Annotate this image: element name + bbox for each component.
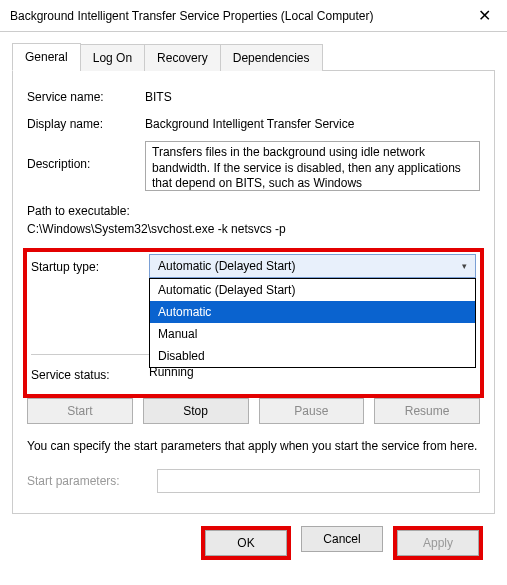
startup-combo-button[interactable]: Automatic (Delayed Start) ▾ bbox=[149, 254, 476, 278]
apply-button: Apply bbox=[397, 530, 479, 556]
startup-option-automatic[interactable]: Automatic bbox=[150, 301, 475, 323]
startup-option-manual[interactable]: Manual bbox=[150, 323, 475, 345]
chevron-down-icon: ▾ bbox=[462, 261, 467, 271]
pause-button: Pause bbox=[259, 398, 365, 424]
description-label: Description: bbox=[27, 141, 145, 171]
startup-combo[interactable]: Automatic (Delayed Start) ▾ Automatic (D… bbox=[149, 254, 476, 278]
description-textarea[interactable] bbox=[145, 141, 480, 191]
service-name-value: BITS bbox=[145, 87, 480, 104]
display-name-row: Display name: Background Intelligent Tra… bbox=[27, 114, 480, 131]
start-params-label: Start parameters: bbox=[27, 474, 157, 488]
tab-panel-general: Service name: BITS Display name: Backgro… bbox=[12, 71, 495, 514]
path-block: Path to executable: C:\Windows\System32\… bbox=[27, 204, 480, 236]
tab-general[interactable]: General bbox=[12, 43, 81, 71]
display-name-value: Background Intelligent Transfer Service bbox=[145, 114, 480, 131]
tab-strip: General Log On Recovery Dependencies bbox=[12, 42, 495, 71]
service-name-label: Service name: bbox=[27, 87, 145, 104]
tab-logon[interactable]: Log On bbox=[80, 44, 145, 71]
path-label: Path to executable: bbox=[27, 204, 480, 218]
startup-row: Startup type: Automatic (Delayed Start) … bbox=[31, 254, 476, 278]
start-button: Start bbox=[27, 398, 133, 424]
window-title: Background Intelligent Transfer Service … bbox=[10, 9, 461, 23]
startup-option-disabled[interactable]: Disabled bbox=[150, 345, 475, 367]
ok-button[interactable]: OK bbox=[205, 530, 287, 556]
display-name-label: Display name: bbox=[27, 114, 145, 131]
tab-recovery[interactable]: Recovery bbox=[144, 44, 221, 71]
service-control-buttons: Start Stop Pause Resume bbox=[27, 398, 480, 424]
close-icon: ✕ bbox=[478, 6, 491, 25]
dialog-footer: OK Cancel Apply bbox=[12, 514, 495, 572]
description-row: Description: bbox=[27, 141, 480, 194]
close-button[interactable]: ✕ bbox=[461, 0, 507, 32]
start-params-hint: You can specify the start parameters tha… bbox=[27, 438, 480, 455]
highlight-apply: Apply bbox=[393, 526, 483, 560]
cancel-button[interactable]: Cancel bbox=[301, 526, 383, 552]
service-name-row: Service name: BITS bbox=[27, 87, 480, 104]
start-params-input bbox=[157, 469, 480, 493]
resume-button: Resume bbox=[374, 398, 480, 424]
tab-dependencies[interactable]: Dependencies bbox=[220, 44, 323, 71]
service-status-label: Service status: bbox=[31, 365, 149, 382]
startup-combo-text: Automatic (Delayed Start) bbox=[158, 259, 295, 273]
highlight-startup: Startup type: Automatic (Delayed Start) … bbox=[23, 248, 484, 398]
titlebar: Background Intelligent Transfer Service … bbox=[0, 0, 507, 32]
startup-label: Startup type: bbox=[31, 254, 149, 274]
start-params-row: Start parameters: bbox=[27, 469, 480, 493]
highlight-ok: OK bbox=[201, 526, 291, 560]
startup-option-delayed[interactable]: Automatic (Delayed Start) bbox=[150, 279, 475, 301]
dialog-body: General Log On Recovery Dependencies Ser… bbox=[0, 32, 507, 572]
startup-combo-list: Automatic (Delayed Start) Automatic Manu… bbox=[149, 278, 476, 368]
path-value: C:\Windows\System32\svchost.exe -k netsv… bbox=[27, 222, 480, 236]
stop-button[interactable]: Stop bbox=[143, 398, 249, 424]
